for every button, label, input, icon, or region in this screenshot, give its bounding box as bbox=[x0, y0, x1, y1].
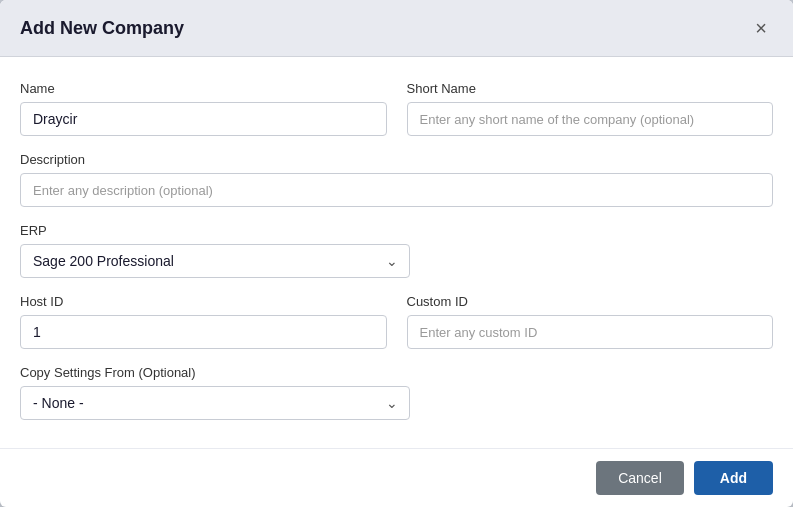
short-name-group: Short Name bbox=[407, 81, 774, 136]
add-button[interactable]: Add bbox=[694, 461, 773, 495]
dialog-body: Name Short Name Description ERP Sage 200… bbox=[0, 57, 793, 448]
host-id-label: Host ID bbox=[20, 294, 387, 309]
description-label: Description bbox=[20, 152, 773, 167]
erp-group: ERP Sage 200 Professional ⌄ bbox=[20, 223, 410, 278]
erp-label: ERP bbox=[20, 223, 410, 238]
description-row: Description bbox=[20, 152, 773, 207]
short-name-label: Short Name bbox=[407, 81, 774, 96]
description-group: Description bbox=[20, 152, 773, 207]
name-input[interactable] bbox=[20, 102, 387, 136]
erp-select[interactable]: Sage 200 Professional bbox=[20, 244, 410, 278]
name-group: Name bbox=[20, 81, 387, 136]
dialog-title: Add New Company bbox=[20, 18, 184, 39]
name-label: Name bbox=[20, 81, 387, 96]
custom-id-input[interactable] bbox=[407, 315, 774, 349]
name-row: Name Short Name bbox=[20, 81, 773, 136]
copy-settings-select-wrapper: - None - ⌄ bbox=[20, 386, 410, 420]
copy-settings-select[interactable]: - None - bbox=[20, 386, 410, 420]
copy-settings-row: Copy Settings From (Optional) - None - ⌄ bbox=[20, 365, 773, 420]
copy-settings-group: Copy Settings From (Optional) - None - ⌄ bbox=[20, 365, 410, 420]
host-id-input[interactable] bbox=[20, 315, 387, 349]
host-id-group: Host ID bbox=[20, 294, 387, 349]
short-name-input[interactable] bbox=[407, 102, 774, 136]
id-row: Host ID Custom ID bbox=[20, 294, 773, 349]
description-input[interactable] bbox=[20, 173, 773, 207]
copy-settings-label: Copy Settings From (Optional) bbox=[20, 365, 410, 380]
custom-id-label: Custom ID bbox=[407, 294, 774, 309]
cancel-button[interactable]: Cancel bbox=[596, 461, 684, 495]
erp-select-wrapper: Sage 200 Professional ⌄ bbox=[20, 244, 410, 278]
dialog-footer: Cancel Add bbox=[0, 448, 793, 507]
custom-id-group: Custom ID bbox=[407, 294, 774, 349]
dialog-header: Add New Company × bbox=[0, 0, 793, 57]
close-button[interactable]: × bbox=[749, 16, 773, 40]
add-company-dialog: Add New Company × Name Short Name Descri… bbox=[0, 0, 793, 507]
erp-row: ERP Sage 200 Professional ⌄ bbox=[20, 223, 773, 278]
